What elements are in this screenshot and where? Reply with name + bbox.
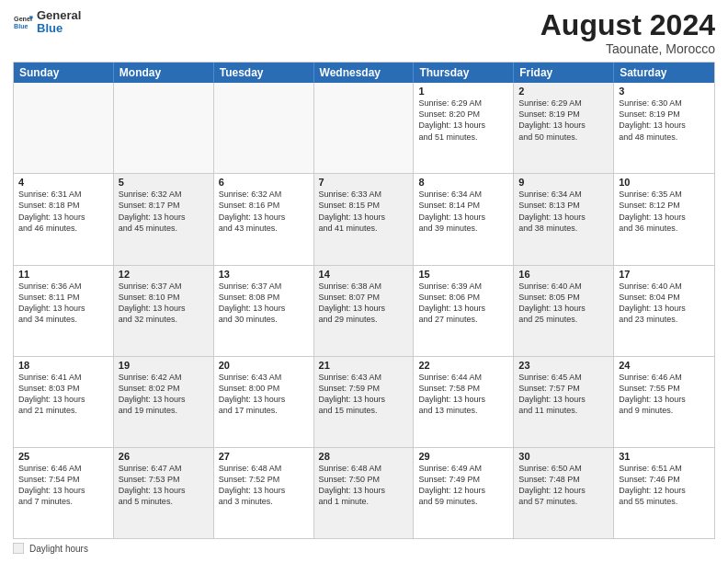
day-number: 28: [319, 451, 409, 462]
day-number: 23: [518, 360, 609, 371]
weekday-header-wednesday: Wednesday: [314, 63, 415, 83]
svg-text:Blue: Blue: [14, 23, 28, 30]
day-info: Sunrise: 6:40 AM Sunset: 8:05 PM Dayligh…: [518, 281, 609, 326]
day-info: Sunrise: 6:51 AM Sunset: 7:46 PM Dayligh…: [619, 463, 710, 508]
weekday-header-friday: Friday: [514, 63, 614, 83]
day-number: 9: [518, 177, 609, 188]
day-cell-19: 19Sunrise: 6:42 AM Sunset: 8:02 PM Dayli…: [114, 357, 214, 447]
day-info: Sunrise: 6:29 AM Sunset: 8:20 PM Dayligh…: [418, 98, 508, 143]
day-cell-23: 23Sunrise: 6:45 AM Sunset: 7:57 PM Dayli…: [514, 357, 614, 447]
day-info: Sunrise: 6:39 AM Sunset: 8:06 PM Dayligh…: [418, 281, 508, 326]
day-info: Sunrise: 6:40 AM Sunset: 8:04 PM Dayligh…: [619, 281, 710, 326]
day-cell-6: 6Sunrise: 6:32 AM Sunset: 8:16 PM Daylig…: [214, 174, 314, 264]
day-info: Sunrise: 6:32 AM Sunset: 8:17 PM Dayligh…: [119, 189, 209, 234]
calendar-row-1: 1Sunrise: 6:29 AM Sunset: 8:20 PM Daylig…: [14, 83, 714, 174]
day-info: Sunrise: 6:47 AM Sunset: 7:53 PM Dayligh…: [119, 463, 209, 508]
day-number: 6: [219, 177, 309, 188]
day-info: Sunrise: 6:42 AM Sunset: 8:02 PM Dayligh…: [119, 372, 209, 417]
weekday-header-thursday: Thursday: [414, 63, 514, 83]
empty-cell: [314, 83, 415, 173]
day-info: Sunrise: 6:29 AM Sunset: 8:19 PM Dayligh…: [518, 98, 609, 143]
logo-icon: General Blue: [13, 12, 33, 32]
weekday-header-saturday: Saturday: [614, 63, 714, 83]
day-number: 8: [418, 177, 508, 188]
day-cell-15: 15Sunrise: 6:39 AM Sunset: 8:06 PM Dayli…: [414, 266, 514, 356]
day-cell-13: 13Sunrise: 6:37 AM Sunset: 8:08 PM Dayli…: [214, 266, 314, 356]
day-cell-28: 28Sunrise: 6:48 AM Sunset: 7:50 PM Dayli…: [314, 448, 415, 538]
day-number: 5: [119, 177, 209, 188]
day-info: Sunrise: 6:46 AM Sunset: 7:55 PM Dayligh…: [619, 372, 710, 417]
empty-cell: [114, 83, 214, 173]
day-number: 13: [219, 269, 309, 280]
day-number: 3: [619, 86, 710, 97]
day-info: Sunrise: 6:38 AM Sunset: 8:07 PM Dayligh…: [319, 281, 409, 326]
day-cell-12: 12Sunrise: 6:37 AM Sunset: 8:10 PM Dayli…: [114, 266, 214, 356]
day-number: 2: [518, 86, 609, 97]
day-info: Sunrise: 6:45 AM Sunset: 7:57 PM Dayligh…: [518, 372, 609, 417]
day-info: Sunrise: 6:34 AM Sunset: 8:13 PM Dayligh…: [518, 189, 609, 234]
day-info: Sunrise: 6:41 AM Sunset: 8:03 PM Dayligh…: [18, 372, 108, 417]
empty-cell: [14, 83, 114, 173]
day-number: 21: [319, 360, 409, 371]
day-number: 29: [418, 451, 508, 462]
day-number: 27: [219, 451, 309, 462]
day-cell-27: 27Sunrise: 6:48 AM Sunset: 7:52 PM Dayli…: [214, 448, 314, 538]
day-cell-20: 20Sunrise: 6:43 AM Sunset: 8:00 PM Dayli…: [214, 357, 314, 447]
day-number: 19: [119, 360, 209, 371]
calendar-row-4: 18Sunrise: 6:41 AM Sunset: 8:03 PM Dayli…: [14, 357, 714, 448]
month-year: August 2024: [540, 9, 715, 41]
legend-box: [13, 543, 24, 554]
day-info: Sunrise: 6:32 AM Sunset: 8:16 PM Dayligh…: [219, 189, 309, 234]
page: General Blue General Blue August 2024 Ta…: [0, 0, 728, 563]
day-number: 15: [418, 269, 508, 280]
day-cell-3: 3Sunrise: 6:30 AM Sunset: 8:19 PM Daylig…: [614, 83, 714, 173]
day-number: 25: [18, 451, 108, 462]
day-info: Sunrise: 6:34 AM Sunset: 8:14 PM Dayligh…: [418, 189, 508, 234]
day-number: 7: [319, 177, 409, 188]
day-info: Sunrise: 6:30 AM Sunset: 8:19 PM Dayligh…: [619, 98, 710, 143]
day-info: Sunrise: 6:48 AM Sunset: 7:52 PM Dayligh…: [219, 463, 309, 508]
logo: General Blue General Blue: [13, 9, 81, 36]
day-number: 17: [619, 269, 710, 280]
weekday-header-sunday: Sunday: [14, 63, 114, 83]
location: Taounate, Morocco: [540, 41, 715, 56]
empty-cell: [214, 83, 314, 173]
title-block: August 2024 Taounate, Morocco: [540, 9, 715, 56]
day-cell-9: 9Sunrise: 6:34 AM Sunset: 8:13 PM Daylig…: [514, 174, 614, 264]
day-cell-1: 1Sunrise: 6:29 AM Sunset: 8:20 PM Daylig…: [414, 83, 514, 173]
day-cell-2: 2Sunrise: 6:29 AM Sunset: 8:19 PM Daylig…: [514, 83, 614, 173]
day-cell-26: 26Sunrise: 6:47 AM Sunset: 7:53 PM Dayli…: [114, 448, 214, 538]
day-cell-14: 14Sunrise: 6:38 AM Sunset: 8:07 PM Dayli…: [314, 266, 415, 356]
weekday-header-tuesday: Tuesday: [214, 63, 314, 83]
day-info: Sunrise: 6:37 AM Sunset: 8:08 PM Dayligh…: [219, 281, 309, 326]
day-cell-11: 11Sunrise: 6:36 AM Sunset: 8:11 PM Dayli…: [14, 266, 114, 356]
day-cell-31: 31Sunrise: 6:51 AM Sunset: 7:46 PM Dayli…: [614, 448, 714, 538]
weekday-header-monday: Monday: [114, 63, 214, 83]
legend: Daylight hours: [13, 543, 715, 554]
day-info: Sunrise: 6:31 AM Sunset: 8:18 PM Dayligh…: [18, 189, 108, 234]
day-info: Sunrise: 6:46 AM Sunset: 7:54 PM Dayligh…: [18, 463, 108, 508]
day-number: 1: [418, 86, 508, 97]
day-number: 24: [619, 360, 710, 371]
day-number: 14: [319, 269, 409, 280]
day-number: 31: [619, 451, 710, 462]
day-number: 26: [119, 451, 209, 462]
day-number: 22: [418, 360, 508, 371]
day-cell-21: 21Sunrise: 6:43 AM Sunset: 7:59 PM Dayli…: [314, 357, 415, 447]
day-cell-29: 29Sunrise: 6:49 AM Sunset: 7:49 PM Dayli…: [414, 448, 514, 538]
day-number: 16: [518, 269, 609, 280]
calendar-header: SundayMondayTuesdayWednesdayThursdayFrid…: [14, 63, 714, 83]
day-info: Sunrise: 6:50 AM Sunset: 7:48 PM Dayligh…: [518, 463, 609, 508]
calendar-row-3: 11Sunrise: 6:36 AM Sunset: 8:11 PM Dayli…: [14, 266, 714, 357]
day-info: Sunrise: 6:33 AM Sunset: 8:15 PM Dayligh…: [319, 189, 409, 234]
day-number: 20: [219, 360, 309, 371]
day-info: Sunrise: 6:43 AM Sunset: 8:00 PM Dayligh…: [219, 372, 309, 417]
day-number: 11: [18, 269, 108, 280]
day-cell-10: 10Sunrise: 6:35 AM Sunset: 8:12 PM Dayli…: [614, 174, 714, 264]
day-cell-18: 18Sunrise: 6:41 AM Sunset: 8:03 PM Dayli…: [14, 357, 114, 447]
calendar-row-2: 4Sunrise: 6:31 AM Sunset: 8:18 PM Daylig…: [14, 174, 714, 265]
day-number: 10: [619, 177, 710, 188]
day-number: 18: [18, 360, 108, 371]
calendar-body: 1Sunrise: 6:29 AM Sunset: 8:20 PM Daylig…: [14, 83, 714, 538]
day-info: Sunrise: 6:37 AM Sunset: 8:10 PM Dayligh…: [119, 281, 209, 326]
